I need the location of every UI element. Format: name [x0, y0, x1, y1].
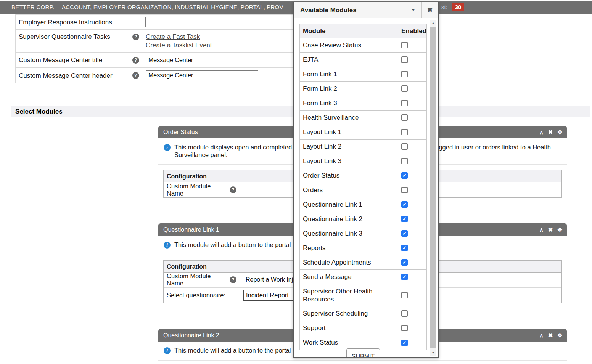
module-enabled-checkbox[interactable]: [401, 71, 408, 77]
help-icon[interactable]: ?: [132, 57, 139, 64]
dialog-close-button[interactable]: ✖: [421, 2, 438, 18]
info-icon: i: [164, 347, 171, 354]
breadcrumb-nav[interactable]: ACCOUNT, EMPLOYER ORGANIZATION, INDUSTRI…: [62, 4, 283, 10]
help-icon[interactable]: ?: [132, 72, 139, 79]
help-icon[interactable]: ?: [132, 34, 139, 40]
module-enabled-checkbox[interactable]: [401, 114, 408, 121]
move-icon[interactable]: ✥: [557, 126, 562, 138]
module-enabled-checkbox[interactable]: [401, 187, 408, 193]
tasklist-count-badge[interactable]: 30: [452, 3, 464, 11]
module-name: Layout Link 2: [300, 140, 397, 154]
info-icon: i: [164, 144, 171, 151]
module-enabled-checkbox[interactable]: ✓: [401, 340, 408, 346]
help-icon[interactable]: ?: [230, 276, 236, 283]
module-row: Layout Link 1: [300, 125, 426, 140]
module-name: Questionnaire Link 3: [300, 226, 397, 241]
scrollbar-thumb[interactable]: [430, 27, 436, 348]
remove-icon[interactable]: ✖: [548, 126, 553, 138]
collapse-icon[interactable]: ∧: [539, 126, 544, 138]
info-icon: i: [164, 242, 171, 249]
column-header-module: Module: [300, 24, 397, 38]
module-row: Supervisor Scheduling: [300, 306, 426, 321]
module-row: Case Review Status: [300, 38, 426, 53]
supervisor-tasks-label: Supervisor Questionnaire Tasks: [19, 33, 132, 41]
panel-title: Questionnaire Link 1: [163, 226, 219, 233]
move-icon[interactable]: ✥: [557, 329, 562, 342]
module-name: Case Review Status: [300, 38, 397, 52]
module-enabled-checkbox[interactable]: [401, 100, 408, 106]
module-name: Schedule Appointments: [300, 255, 397, 269]
module-name: EJTA: [300, 53, 397, 67]
module-row: Questionnaire Link 1✓: [300, 197, 426, 212]
message-center-title-input[interactable]: [146, 55, 258, 65]
modules-table: Module Enabled Case Review StatusEJTAFor…: [299, 24, 427, 350]
module-name: Reports: [300, 241, 397, 255]
remove-icon[interactable]: ✖: [548, 223, 553, 236]
module-row: Health Surveillance: [300, 111, 426, 125]
panel-title: Questionnaire Link 2: [163, 332, 219, 338]
tasklist-label-fragment: st:: [441, 4, 447, 10]
dialog-scrollbar[interactable]: ▲ ▼: [430, 20, 436, 356]
available-modules-dialog: Available Modules ▼ ✖ Module Enabled Cas…: [293, 2, 439, 358]
module-name: Support: [300, 321, 397, 335]
module-enabled-checkbox[interactable]: [401, 292, 408, 298]
submit-button[interactable]: SUBMIT: [346, 348, 380, 358]
module-enabled-checkbox[interactable]: [401, 158, 408, 164]
select-questionnaire-label: Select questionnaire:: [167, 292, 225, 299]
module-enabled-checkbox[interactable]: [401, 56, 408, 63]
panel-title: Order Status: [163, 129, 198, 135]
module-row: Form Link 2: [300, 82, 426, 96]
module-name: Order Status: [300, 168, 397, 183]
help-icon[interactable]: ?: [230, 186, 236, 193]
module-name: Form Link 2: [300, 82, 397, 96]
module-name: Orders: [300, 183, 397, 197]
module-enabled-checkbox[interactable]: ✓: [401, 274, 408, 280]
chevron-down-icon: ▼: [411, 8, 415, 12]
brand-title: BETTER CORP.: [11, 4, 55, 10]
column-header-enabled: Enabled: [397, 24, 426, 38]
module-name: Questionnaire Link 2: [300, 212, 397, 226]
module-enabled-checkbox[interactable]: ✓: [401, 259, 408, 266]
scroll-up-icon[interactable]: ▲: [430, 20, 436, 26]
message-center-title-label: Custom Message Center title: [19, 56, 132, 64]
module-row: Supervisor Other Health Resources: [300, 284, 426, 306]
module-row: Support: [300, 321, 426, 335]
message-center-header-label: Custom Message Center header: [19, 72, 132, 80]
module-enabled-checkbox[interactable]: ✓: [401, 172, 408, 179]
module-enabled-checkbox[interactable]: ✓: [401, 230, 408, 237]
module-row: Send a Message✓: [300, 270, 426, 284]
module-enabled-checkbox[interactable]: [401, 325, 408, 331]
module-name: Form Link 1: [300, 67, 397, 81]
page: BETTER CORP. ACCOUNT, EMPLOYER ORGANIZAT…: [0, 0, 592, 364]
module-row: Order Status✓: [300, 168, 426, 183]
scroll-down-icon[interactable]: ▼: [430, 350, 436, 356]
collapse-icon[interactable]: ∧: [539, 223, 544, 236]
module-row: EJTA: [300, 53, 426, 67]
close-icon: ✖: [427, 6, 433, 14]
module-name: Supervisor Other Health Resources: [300, 284, 397, 306]
message-center-header-input[interactable]: [146, 70, 258, 80]
module-row: Reports✓: [300, 241, 426, 255]
module-name: Layout Link 1: [300, 125, 397, 139]
module-enabled-checkbox[interactable]: ✓: [401, 216, 408, 222]
dialog-collapse-button[interactable]: ▼: [405, 2, 421, 18]
remove-icon[interactable]: ✖: [548, 329, 553, 342]
collapse-icon[interactable]: ∧: [539, 329, 544, 342]
move-icon[interactable]: ✥: [557, 223, 562, 236]
module-row: Layout Link 3: [300, 154, 426, 168]
module-row: Questionnaire Link 3✓: [300, 226, 426, 241]
module-enabled-checkbox[interactable]: [401, 310, 408, 317]
module-enabled-checkbox[interactable]: [401, 129, 408, 135]
module-name: Questionnaire Link 1: [300, 197, 397, 212]
module-name: Form Link 3: [300, 96, 397, 110]
module-enabled-checkbox[interactable]: [401, 143, 408, 150]
dialog-titlebar[interactable]: Available Modules ▼ ✖: [294, 2, 438, 18]
module-enabled-checkbox[interactable]: ✓: [401, 245, 408, 251]
module-row: Orders: [300, 183, 426, 197]
module-enabled-checkbox[interactable]: [401, 85, 408, 92]
custom-module-name-label: Custom Module Name: [167, 183, 227, 197]
module-enabled-checkbox[interactable]: ✓: [401, 201, 408, 208]
dialog-title: Available Modules: [300, 2, 357, 18]
module-enabled-checkbox[interactable]: [401, 42, 408, 48]
questionnaire-select[interactable]: Incident Report: [243, 290, 301, 301]
